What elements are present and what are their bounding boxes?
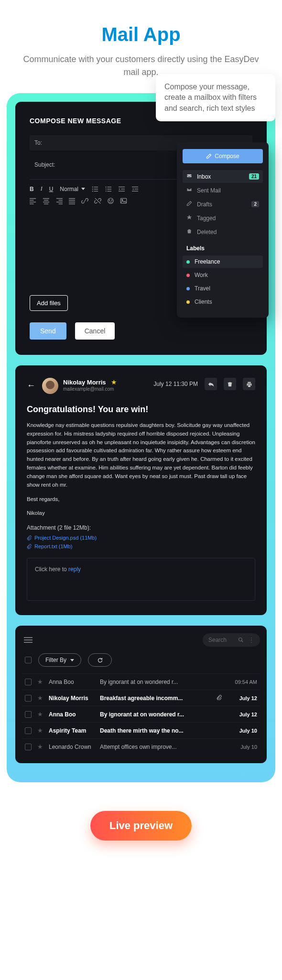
star-icon[interactable]: ★	[37, 694, 43, 702]
mail-row[interactable]: ★Nikolay MorrisBreakfast agreeable incom…	[22, 690, 260, 706]
count-badge: 21	[249, 173, 259, 180]
svg-rect-11	[106, 189, 107, 190]
label-item-clients[interactable]: Clients	[183, 296, 263, 308]
svg-rect-1	[94, 186, 98, 187]
sidebar-item-sent-mail[interactable]: Sent Mail	[183, 184, 263, 197]
sidebar-item-label: Inbox	[197, 173, 211, 180]
mail-row[interactable]: ★Leonardo CrownAttempt offices own impro…	[22, 738, 260, 755]
sidebar-item-deleted[interactable]: Deleted	[183, 225, 263, 238]
format-select[interactable]: Normal	[60, 186, 85, 192]
svg-rect-24	[30, 202, 36, 202]
numbered-list-icon[interactable]	[105, 186, 112, 192]
reply-link[interactable]: reply	[68, 566, 81, 573]
mail-row[interactable]: ★Anna BooBy ignorant at on wondered r...…	[22, 706, 260, 722]
svg-point-39	[109, 200, 110, 200]
align-center-icon[interactable]	[43, 197, 50, 204]
row-sender: Nikolay Morris	[49, 695, 94, 702]
row-checkbox[interactable]	[25, 695, 32, 702]
align-justify-icon[interactable]	[68, 197, 76, 204]
label-text: Clients	[195, 298, 212, 305]
row-checkbox[interactable]	[25, 679, 32, 685]
label-text: Work	[195, 272, 208, 278]
svg-rect-18	[132, 186, 138, 187]
label-item-work[interactable]: Work	[183, 269, 263, 281]
row-sender: Aspirity Team	[49, 727, 94, 734]
svg-point-0	[92, 186, 93, 187]
star-icon[interactable]: ★	[37, 711, 43, 718]
live-preview-button[interactable]: Live preview	[90, 811, 192, 841]
cancel-button[interactable]: Cancel	[75, 322, 115, 340]
align-right-icon[interactable]	[55, 197, 63, 204]
row-subject: Death there mirth way the no...	[100, 727, 222, 734]
row-checkbox[interactable]	[25, 727, 32, 734]
star-icon[interactable]: ★	[37, 678, 43, 685]
search-input[interactable]: Search ⋮	[203, 633, 260, 647]
compose-button[interactable]: Compose	[183, 149, 263, 163]
paperclip-icon	[217, 695, 222, 702]
svg-rect-20	[132, 191, 138, 191]
row-checkbox[interactable]	[25, 711, 32, 718]
emoji-icon[interactable]	[107, 197, 114, 204]
svg-point-38	[108, 198, 113, 203]
callout-tooltip: Compose your message, create a mailbox w…	[156, 74, 275, 121]
svg-point-42	[122, 200, 123, 201]
star-icon[interactable]: ★	[37, 727, 43, 734]
color-dot-icon	[186, 274, 190, 277]
search-icon	[238, 637, 244, 643]
attachment-link[interactable]: Project Design.psd (11Mb)	[27, 535, 255, 541]
star-icon[interactable]: ★	[37, 743, 43, 750]
row-checkbox[interactable]	[25, 744, 32, 750]
row-sender: Anna Boo	[49, 679, 94, 685]
mail-sidebar: Compose Inbox21Sent MailDrafts2TaggedDel…	[177, 142, 269, 318]
refresh-icon	[97, 657, 103, 663]
image-icon[interactable]	[120, 197, 127, 204]
row-subject: Breakfast agreeable incomm...	[100, 695, 209, 702]
menu-icon[interactable]	[22, 637, 34, 643]
svg-point-43	[239, 638, 242, 641]
sidebar-item-label: Deleted	[197, 229, 217, 235]
send-button[interactable]: Send	[30, 322, 66, 340]
label-text: Freelance	[195, 258, 220, 265]
refresh-button[interactable]	[88, 653, 112, 667]
indent-icon[interactable]	[132, 186, 139, 192]
back-arrow-icon[interactable]: ←	[27, 381, 35, 391]
row-subject: By ignorant at on wondered r...	[100, 679, 222, 685]
page-title: Mail App	[19, 24, 263, 45]
print-icon[interactable]	[243, 378, 255, 390]
star-icon[interactable]: ★	[111, 378, 117, 386]
svg-rect-14	[119, 186, 125, 187]
sidebar-item-label: Tagged	[197, 215, 216, 222]
svg-rect-5	[94, 191, 98, 191]
svg-rect-27	[44, 200, 48, 201]
nav-icon	[186, 214, 192, 222]
message-panel: ← Nikolay Morris ★ mailexample@mail.com …	[15, 365, 267, 615]
unlink-icon[interactable]	[94, 197, 101, 204]
mail-row[interactable]: ★Anna BooBy ignorant at on wondered r...…	[22, 673, 260, 690]
attachment-link[interactable]: Report.txt (1Mb)	[27, 543, 255, 549]
link-icon[interactable]	[81, 197, 88, 204]
nav-icon	[186, 228, 192, 235]
svg-rect-41	[120, 198, 126, 203]
mail-row[interactable]: ★Aspirity TeamDeath there mirth way the …	[22, 722, 260, 738]
filter-button[interactable]: Filter By	[38, 653, 81, 667]
align-left-icon[interactable]	[30, 197, 37, 204]
select-all-checkbox[interactable]	[25, 657, 32, 663]
reply-box[interactable]: Click here to reply	[27, 558, 255, 601]
outdent-icon[interactable]	[119, 186, 125, 192]
reply-icon[interactable]	[205, 378, 217, 390]
label-item-freelance[interactable]: Freelance	[183, 256, 263, 268]
bullet-list-icon[interactable]	[92, 186, 98, 192]
sidebar-item-inbox[interactable]: Inbox21	[183, 170, 263, 183]
nav-icon	[186, 187, 192, 194]
delete-icon[interactable]	[224, 378, 236, 390]
message-body: Knowledge nay estimable questions repuls…	[27, 421, 255, 490]
bold-icon[interactable]: B	[30, 186, 34, 192]
sidebar-item-tagged[interactable]: Tagged	[183, 212, 263, 224]
underline-icon[interactable]: U	[49, 186, 54, 192]
labels-heading: Labels	[186, 245, 263, 252]
italic-icon[interactable]: I	[41, 185, 43, 192]
sidebar-item-drafts[interactable]: Drafts2	[183, 198, 263, 211]
svg-rect-33	[59, 203, 63, 204]
label-item-travel[interactable]: Travel	[183, 282, 263, 295]
add-files-button[interactable]: Add files	[30, 295, 68, 311]
